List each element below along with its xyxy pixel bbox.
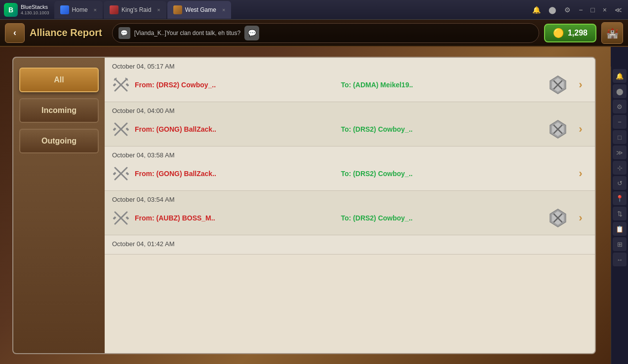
report-item[interactable]: October 04, 03:58 AM From: (GONG) BallZa… — [105, 146, 595, 191]
svg-rect-4 — [113, 83, 116, 86]
report-from: From: (DRS2) Cowboy_.. — [135, 81, 336, 89]
tab-home[interactable]: Home × — [54, 1, 103, 19]
page-title: Alliance Report — [30, 27, 102, 38]
report-timestamp: October 04, 05:17 AM — [112, 63, 588, 70]
side-btn-11[interactable]: ↔ — [613, 253, 627, 266]
tab-home-label: Home — [72, 6, 88, 13]
report-to: To: (DRS2) Cowboy_.. — [341, 214, 543, 222]
report-row: From: (GONG) BallZack.. To: (DRS2) Cowbo… — [112, 163, 588, 184]
svg-rect-25 — [125, 216, 129, 219]
minimize-btn[interactable]: − — [577, 5, 585, 15]
gold-box[interactable]: 🟡 1,298 — [544, 24, 596, 42]
tab-bar: Home × King's Raid × West Game × — [54, 0, 531, 19]
side-btn-1[interactable]: 🔔 — [613, 69, 627, 83]
side-btn-maximize[interactable]: □ — [613, 130, 627, 144]
report-chevron-icon[interactable]: › — [574, 78, 588, 92]
game-content: All Incoming Outgoing October 04, 05:17 … — [0, 47, 611, 364]
tab-home-close[interactable]: × — [94, 7, 97, 13]
battle-swords-icon — [112, 120, 130, 138]
tab-west-label: West Game — [185, 6, 216, 13]
bs-logo-info: BlueStacks 4.130.10.1003 — [21, 4, 49, 15]
report-from: From: (GONG) BallZack.. — [135, 170, 336, 178]
side-btn-4[interactable]: ≫ — [613, 146, 627, 159]
report-badge — [547, 74, 569, 96]
report-chevron-icon[interactable]: › — [574, 167, 588, 181]
svg-rect-12 — [113, 127, 116, 131]
report-timestamp: October 04, 04:00 AM — [112, 107, 588, 114]
report-timestamp: October 04, 03:54 AM — [112, 196, 588, 203]
chat-right-icon: 💬 — [244, 26, 259, 40]
report-list: October 04, 05:17 AM — [105, 58, 595, 353]
record-icon[interactable]: ⬤ — [547, 5, 558, 15]
report-timestamp: October 04, 01:42 AM — [112, 240, 588, 248]
collapse-btn[interactable]: ≪ — [613, 5, 624, 15]
side-btn-3[interactable]: ⚙ — [613, 100, 627, 113]
filter-all-button[interactable]: All — [19, 68, 99, 92]
bs-logo-name: BlueStacks — [21, 4, 49, 10]
gold-amount: 1,298 — [568, 29, 588, 37]
window-controls: 🔔 ⬤ ⚙ − □ × ≪ — [530, 5, 624, 15]
side-btn-2[interactable]: ⬤ — [613, 84, 627, 98]
filter-incoming-button[interactable]: Incoming — [19, 98, 99, 123]
castle-icon: 🏰 — [606, 27, 619, 39]
report-item[interactable]: October 04, 01:42 AM — [105, 235, 595, 255]
report-row: From: (DRS2) Cowboy_.. To: (ADMA) Meikel… — [112, 74, 588, 96]
bs-version: 4.130.10.1003 — [21, 10, 49, 15]
side-btn-5[interactable]: ⊹ — [613, 161, 627, 175]
report-badge-empty — [547, 163, 569, 184]
side-btn-10[interactable]: ⊞ — [613, 237, 627, 251]
report-item[interactable]: October 04, 05:17 AM — [105, 58, 595, 102]
tab-kings-close[interactable]: × — [157, 7, 160, 13]
notification-icon[interactable]: 🔔 — [530, 5, 543, 15]
report-from: From: (GONG) BallZack.. — [135, 125, 336, 133]
svg-rect-13 — [125, 127, 129, 131]
tab-west-close[interactable]: × — [222, 7, 225, 13]
report-to: To: (DRS2) Cowboy_.. — [341, 125, 543, 133]
chat-bubble[interactable]: 💬 [Vianda_K..]Your clan dont talk, eh ti… — [112, 23, 539, 43]
report-chevron-icon[interactable]: › — [574, 122, 588, 136]
alliance-report-panel: All Incoming Outgoing October 04, 05:17 … — [12, 57, 596, 354]
svg-rect-5 — [125, 83, 129, 86]
side-controls: 🔔 ⬤ ⚙ − □ ≫ ⊹ ↺ 📍 ⇅ 📋 ⊞ ↔ — [611, 67, 628, 364]
side-btn-7[interactable]: 📍 — [613, 191, 627, 205]
report-to: To: (ADMA) Meikel19.. — [341, 81, 543, 89]
report-badge — [547, 118, 569, 140]
settings-icon[interactable]: ⚙ — [562, 5, 573, 15]
svg-rect-24 — [113, 216, 116, 219]
side-btn-minimize[interactable]: − — [613, 115, 627, 129]
battle-swords-icon — [112, 76, 130, 94]
side-btn-9[interactable]: 📋 — [613, 222, 627, 236]
kings-tab-icon — [110, 5, 118, 14]
svg-rect-21 — [125, 172, 129, 175]
report-sidebar: All Incoming Outgoing — [13, 58, 105, 353]
report-to: To: (DRS2) Cowboy_.. — [341, 170, 543, 178]
chat-left-icon: 💬 — [118, 27, 130, 39]
report-from: From: (AUBZ) BOSS_M.. — [135, 214, 336, 222]
battle-swords-icon — [112, 209, 130, 227]
tab-west-game[interactable]: West Game × — [167, 1, 232, 19]
maximize-btn[interactable]: □ — [589, 5, 596, 15]
filter-outgoing-button[interactable]: Outgoing — [19, 129, 99, 153]
report-chevron-icon[interactable]: › — [574, 211, 588, 225]
svg-rect-20 — [113, 172, 116, 175]
bs-logo-icon: B — [4, 3, 18, 17]
side-btn-6[interactable]: ↺ — [613, 176, 627, 190]
game-topbar: ‹ Alliance Report 💬 [Vianda_K..]Your cla… — [0, 20, 628, 47]
back-arrow-icon: ‹ — [13, 28, 16, 38]
report-timestamp: October 04, 03:58 AM — [112, 151, 588, 159]
close-btn[interactable]: × — [601, 5, 609, 15]
castle-button[interactable]: 🏰 — [601, 22, 623, 44]
report-item[interactable]: October 04, 03:54 AM From: (AUBZ) BOSS_M… — [105, 191, 595, 235]
tab-kings-label: King's Raid — [121, 6, 151, 13]
battle-swords-icon — [112, 165, 130, 182]
report-row: From: (GONG) BallZack.. To: (DRS2) Cowbo… — [112, 118, 588, 140]
home-tab-icon — [60, 5, 69, 14]
tab-kings-raid[interactable]: King's Raid × — [104, 1, 166, 19]
bluestacks-logo: B BlueStacks 4.130.10.1003 — [4, 3, 49, 17]
back-button[interactable]: ‹ — [5, 23, 25, 43]
chat-message: [Vianda_K..]Your clan dont talk, eh titu… — [134, 30, 240, 36]
side-btn-8[interactable]: ⇅ — [613, 207, 627, 220]
report-item[interactable]: October 04, 04:00 AM From: (GONG) BallZa… — [105, 102, 595, 146]
report-row: From: (AUBZ) BOSS_M.. To: (DRS2) Cowboy_… — [112, 207, 588, 229]
west-tab-icon — [173, 5, 182, 14]
